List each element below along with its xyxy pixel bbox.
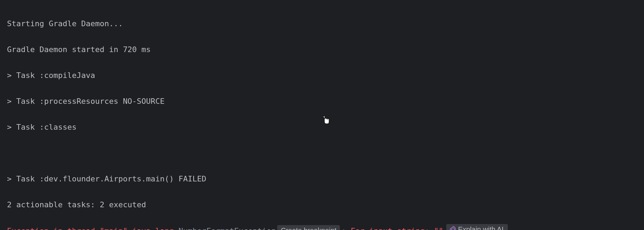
exception-suffix: : For input string: "" [341,227,443,230]
explain-with-ai-button[interactable]: Explain with AI [446,224,508,230]
log-line: > Task :compileJava [7,69,644,82]
blank-line [7,146,644,159]
log-line: > Task :classes [7,121,644,134]
log-line: > Task :processResources NO-SOURCE [7,95,644,108]
log-line: Starting Gradle Daemon... [7,17,644,30]
log-line: > Task :dev.flounder.Airports.main() FAI… [7,172,644,185]
exception-class-link[interactable]: NumberFormatException [178,227,276,230]
ai-spiral-icon [449,226,456,230]
exception-line: Exception in thread "main" java.lang.Num… [7,224,644,230]
explain-with-ai-label: Explain with AI [458,224,504,230]
create-breakpoint-button[interactable]: Create breakpoint [277,225,340,230]
log-line: 2 actionable tasks: 2 executed [7,198,644,211]
console-output: Starting Gradle Daemon... Gradle Daemon … [0,0,644,230]
log-line: Gradle Daemon started in 720 ms [7,43,644,56]
exception-prefix: Exception in thread "main" java.lang. [7,227,178,230]
